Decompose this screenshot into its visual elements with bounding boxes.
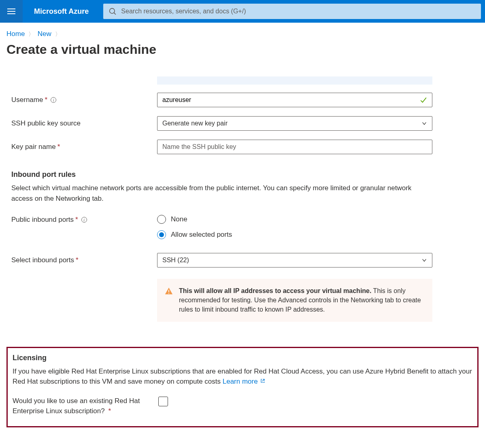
radio-none-label: None: [171, 215, 187, 223]
required-asterisk: *: [108, 407, 111, 415]
inbound-heading: Inbound port rules: [11, 170, 479, 179]
svg-rect-3: [168, 293, 169, 294]
svg-rect-2: [168, 290, 169, 292]
required-asterisk: *: [57, 143, 60, 151]
svg-line-1: [114, 13, 116, 15]
brand-logo: Microsoft Azure: [23, 7, 103, 16]
username-input-wrapper: [157, 93, 432, 107]
warning-banner: This will allow all IP addresses to acce…: [157, 279, 432, 322]
radio-allow[interactable]: Allow selected ports: [157, 230, 432, 239]
select-ports-select[interactable]: SSH (22): [157, 253, 432, 268]
hamburger-icon: [7, 8, 15, 14]
info-banner: [157, 76, 432, 85]
keypair-input[interactable]: [162, 143, 427, 151]
ssh-source-value: Generate new key pair: [162, 120, 228, 127]
username-input[interactable]: [162, 96, 427, 104]
learn-more-link[interactable]: Learn more: [223, 378, 266, 385]
required-asterisk: *: [75, 216, 78, 224]
search-box[interactable]: [103, 4, 481, 19]
required-asterisk: *: [45, 96, 47, 104]
breadcrumb-home[interactable]: Home: [6, 30, 25, 38]
radio-icon-selected: [157, 230, 166, 239]
search-input[interactable]: [121, 8, 475, 15]
warning-strong: This will allow all IP addresses to acce…: [179, 287, 371, 294]
chevron-right-icon: 〉: [27, 31, 36, 37]
ssh-source-label: SSH public key source: [11, 119, 157, 127]
required-asterisk: *: [76, 256, 79, 264]
licensing-description: If you have eligible Red Hat Enterprise …: [13, 366, 472, 387]
breadcrumb-new[interactable]: New: [38, 30, 51, 38]
radio-icon: [157, 215, 166, 224]
page-title: Create a virtual machine: [6, 42, 479, 57]
inbound-description: Select which virtual machine network por…: [11, 183, 432, 204]
select-ports-value: SSH (22): [162, 257, 189, 264]
info-icon[interactable]: i: [81, 217, 87, 223]
svg-point-0: [110, 8, 115, 13]
licensing-checkbox[interactable]: [158, 397, 168, 406]
breadcrumb: Home 〉 New 〉: [6, 30, 479, 38]
svg-line-4: [262, 379, 264, 381]
chevron-down-icon: [421, 257, 427, 263]
content: Home 〉 New 〉 Create a virtual machine Us…: [0, 23, 485, 440]
keypair-input-wrapper: [157, 140, 432, 154]
ssh-source-select[interactable]: Generate new key pair: [157, 116, 432, 131]
select-ports-label: Select inbound ports *: [11, 256, 157, 264]
chevron-down-icon: [421, 121, 427, 126]
checkmark-icon: [420, 96, 427, 104]
radio-allow-label: Allow selected ports: [171, 231, 232, 239]
radio-none[interactable]: None: [157, 215, 432, 224]
chevron-right-icon: 〉: [53, 31, 62, 37]
licensing-question-label: Would you like to use an existing Red Ha…: [13, 396, 158, 416]
warning-icon: [164, 287, 173, 296]
keypair-label: Key pair name *: [11, 143, 157, 151]
licensing-section: Licensing If you have eligible Red Hat E…: [6, 347, 479, 427]
search-icon: [109, 8, 116, 15]
external-link-icon: [260, 378, 265, 383]
top-bar: Microsoft Azure: [0, 0, 485, 23]
info-icon[interactable]: i: [51, 97, 56, 103]
public-ports-label: Public inbound ports * i: [11, 215, 157, 224]
username-label: Username * i: [11, 96, 157, 104]
licensing-heading: Licensing: [13, 354, 472, 362]
menu-button[interactable]: [0, 0, 23, 23]
